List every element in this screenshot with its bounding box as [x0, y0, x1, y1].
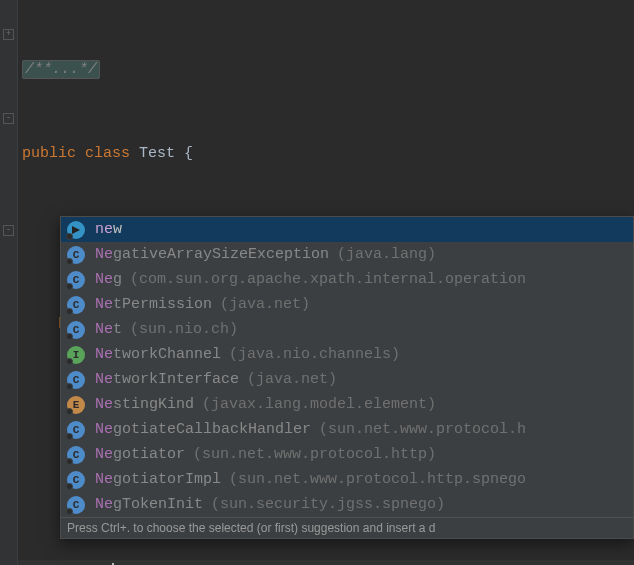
editor-gutter: + - -	[0, 0, 18, 565]
suggestion-location: (java.net)	[220, 296, 310, 313]
interface-icon: I	[67, 346, 85, 364]
class-icon: C	[67, 246, 85, 264]
class-icon: C	[67, 496, 85, 514]
autocomplete-hint: Press Ctrl+. to choose the selected (or …	[61, 517, 633, 538]
suggestion-label: Net	[95, 321, 122, 338]
suggestion-location: (sun.nio.ch)	[130, 321, 238, 338]
suggestion-location: (javax.lang.model.element)	[202, 396, 436, 413]
suggestion-item[interactable]: CNegTokenInit(sun.security.jgss.spnego)	[61, 492, 633, 517]
suggestion-item[interactable]: CNetworkInterface(java.net)	[61, 367, 633, 392]
suggestion-label: NegativeArraySizeException	[95, 246, 329, 263]
suggestion-label: NetworkInterface	[95, 371, 239, 388]
suggestion-location: (com.sun.org.apache.xpath.internal.opera…	[130, 271, 526, 288]
suggestion-location: (java.lang)	[337, 246, 436, 263]
suggestion-label: NegotiatorImpl	[95, 471, 221, 488]
suggestion-label: NegotiateCallbackHandler	[95, 421, 311, 438]
suggestion-label: Negotiator	[95, 446, 185, 463]
class-icon: C	[67, 321, 85, 339]
class-icon: C	[67, 271, 85, 289]
suggestion-label: NestingKind	[95, 396, 194, 413]
suggestion-item[interactable]: CNegotiatorImpl(sun.net.www.protocol.htt…	[61, 467, 633, 492]
class-icon: C	[67, 421, 85, 439]
suggestion-item[interactable]: CNeg(com.sun.org.apache.xpath.internal.o…	[61, 267, 633, 292]
suggestion-label: NetPermission	[95, 296, 212, 313]
suggestion-item[interactable]: CNetPermission(java.net)	[61, 292, 633, 317]
fold-collapse-icon[interactable]: -	[3, 225, 14, 236]
suggestion-item[interactable]: new	[61, 217, 633, 242]
code-line: public class Test {	[18, 140, 634, 168]
suggestion-location: (sun.net.www.protocol.http.spnego	[229, 471, 526, 488]
suggestion-label: new	[95, 221, 122, 238]
class-icon: C	[67, 446, 85, 464]
suggestion-item[interactable]: CNegativeArraySizeException(java.lang)	[61, 242, 633, 267]
suggestion-location: (sun.net.www.protocol.h	[319, 421, 526, 438]
suggestion-location: (sun.net.www.protocol.http)	[193, 446, 436, 463]
suggestion-location: (sun.security.jgss.spnego)	[211, 496, 445, 513]
suggestion-item[interactable]: CNet(sun.nio.ch)	[61, 317, 633, 342]
code-line-current: ne	[18, 560, 634, 565]
suggestion-location: (java.net)	[247, 371, 337, 388]
suggestion-item[interactable]: CNegotiateCallbackHandler(sun.net.www.pr…	[61, 417, 633, 442]
class-icon: C	[67, 471, 85, 489]
class-icon: C	[67, 296, 85, 314]
fold-collapse-icon[interactable]: -	[3, 113, 14, 124]
enum-icon: E	[67, 396, 85, 414]
suggestion-item[interactable]: INetworkChannel(java.nio.channels)	[61, 342, 633, 367]
suggestion-item[interactable]: CNegotiator(sun.net.www.protocol.http)	[61, 442, 633, 467]
folded-block-comment[interactable]: /**...*/	[22, 60, 100, 79]
class-icon: C	[67, 371, 85, 389]
suggestion-item[interactable]: ENestingKind(javax.lang.model.element)	[61, 392, 633, 417]
suggestion-label: Neg	[95, 271, 122, 288]
fold-expand-icon[interactable]: +	[3, 29, 14, 40]
autocomplete-popup[interactable]: newCNegativeArraySizeException(java.lang…	[60, 216, 634, 539]
template-icon	[67, 221, 85, 239]
suggestion-location: (java.nio.channels)	[229, 346, 400, 363]
code-line: /**...*/	[18, 56, 634, 84]
suggestion-label: NegTokenInit	[95, 496, 203, 513]
suggestion-label: NetworkChannel	[95, 346, 221, 363]
